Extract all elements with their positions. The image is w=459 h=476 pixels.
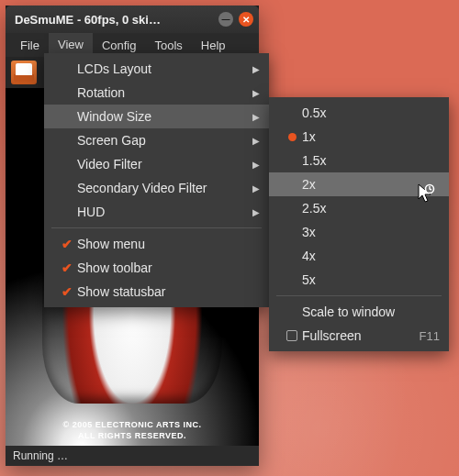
chevron-right-icon: ▶ xyxy=(252,160,260,170)
close-button[interactable]: ✕ xyxy=(239,12,253,27)
chevron-right-icon: ▶ xyxy=(252,112,260,122)
menu-separator xyxy=(276,295,442,296)
window-size-submenu: 0.5x 1x 1.5x 2x 2.5x 3x 4x 5x Scale to w… xyxy=(269,97,449,351)
menu-item-show-menu[interactable]: ✔Show menu xyxy=(44,232,269,256)
menu-file[interactable]: File xyxy=(11,33,49,57)
radio-selected-icon xyxy=(288,133,297,141)
size-option-3x[interactable]: 3x xyxy=(269,220,449,244)
copyright-line-1: © 2005 ELECTRONIC ARTS INC. xyxy=(6,420,259,429)
menu-item-show-toolbar[interactable]: ✔Show toolbar xyxy=(44,256,269,280)
menu-item-rotation[interactable]: Rotation▶ xyxy=(44,81,269,105)
menu-item-lcds-layout[interactable]: LCDs Layout▶ xyxy=(44,57,269,81)
status-text: Running … xyxy=(13,449,68,462)
size-option-1x[interactable]: 1x xyxy=(269,125,449,149)
title-bar[interactable]: DeSmuME - 60fps, 0 ski… — ✕ xyxy=(6,6,259,33)
check-icon: ✔ xyxy=(62,284,73,299)
minimize-button[interactable]: — xyxy=(218,12,233,27)
size-option-scale-to-window[interactable]: Scale to window xyxy=(269,300,449,324)
size-option-5x[interactable]: 5x xyxy=(269,268,449,292)
chevron-right-icon: ▶ xyxy=(252,136,260,146)
size-option-2x[interactable]: 2x xyxy=(269,172,449,196)
menu-separator xyxy=(51,227,262,228)
size-option-fullscreen[interactable]: FullscreenF11 xyxy=(269,324,449,348)
window-title: DeSmuME - 60fps, 0 ski… xyxy=(15,13,213,27)
size-option-4x[interactable]: 4x xyxy=(269,244,449,268)
view-dropdown: LCDs Layout▶ Rotation▶ Window Size▶ Scre… xyxy=(44,53,269,307)
shortcut-label: F11 xyxy=(420,329,440,343)
menu-item-window-size[interactable]: Window Size▶ xyxy=(44,105,269,128)
chevron-right-icon: ▶ xyxy=(252,64,260,74)
menu-item-show-statusbar[interactable]: ✔Show statusbar xyxy=(44,280,269,304)
check-icon: ✔ xyxy=(62,260,73,275)
menu-item-hud[interactable]: HUD▶ xyxy=(44,200,269,224)
checkbox-icon xyxy=(286,330,297,341)
size-option-2-5x[interactable]: 2.5x xyxy=(269,196,449,220)
chevron-right-icon: ▶ xyxy=(252,183,260,194)
status-bar: Running … xyxy=(6,446,259,466)
copyright-line-2: ALL RIGHTS RESERVED. xyxy=(6,431,259,440)
size-option-0-5x[interactable]: 0.5x xyxy=(269,101,449,125)
open-rom-button[interactable] xyxy=(11,61,37,84)
chevron-right-icon: ▶ xyxy=(252,207,260,217)
check-icon: ✔ xyxy=(62,237,73,251)
menu-item-video-filter[interactable]: Video Filter▶ xyxy=(44,152,269,176)
menu-item-screen-gap[interactable]: Screen Gap▶ xyxy=(44,128,269,152)
size-option-1-5x[interactable]: 1.5x xyxy=(269,149,449,172)
menu-item-secondary-video-filter[interactable]: Secondary Video Filter▶ xyxy=(44,176,269,200)
chevron-right-icon: ▶ xyxy=(252,88,260,98)
